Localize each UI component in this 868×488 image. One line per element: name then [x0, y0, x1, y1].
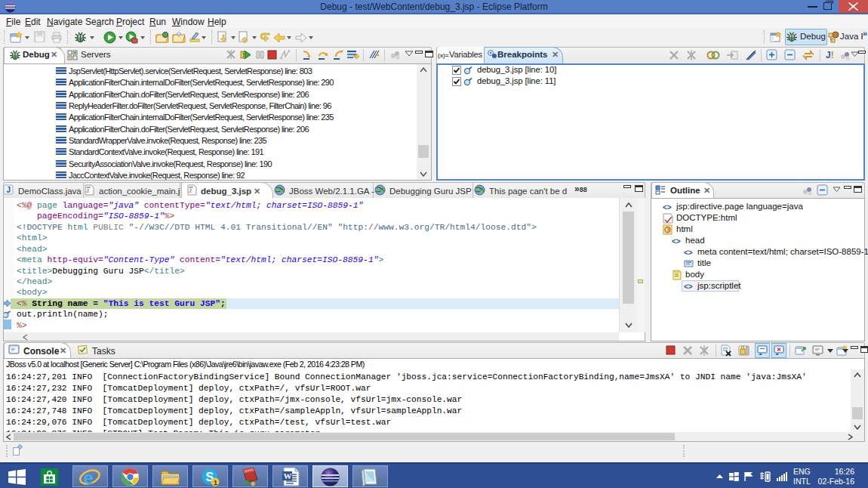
svg-text:J: J	[189, 188, 192, 193]
svg-text:1: 1	[214, 479, 217, 486]
svg-text:(x)=: (x)=	[438, 52, 449, 59]
svg-text:<>: <>	[663, 203, 672, 212]
svg-text:e: e	[84, 468, 94, 488]
svg-text:W: W	[284, 471, 292, 480]
svg-text:<>: <>	[684, 249, 693, 257]
svg-text:<>: <>	[672, 237, 681, 246]
svg-text:<>: <>	[684, 283, 693, 291]
svg-text:J: J	[86, 188, 89, 193]
svg-text:J: J	[7, 186, 11, 194]
